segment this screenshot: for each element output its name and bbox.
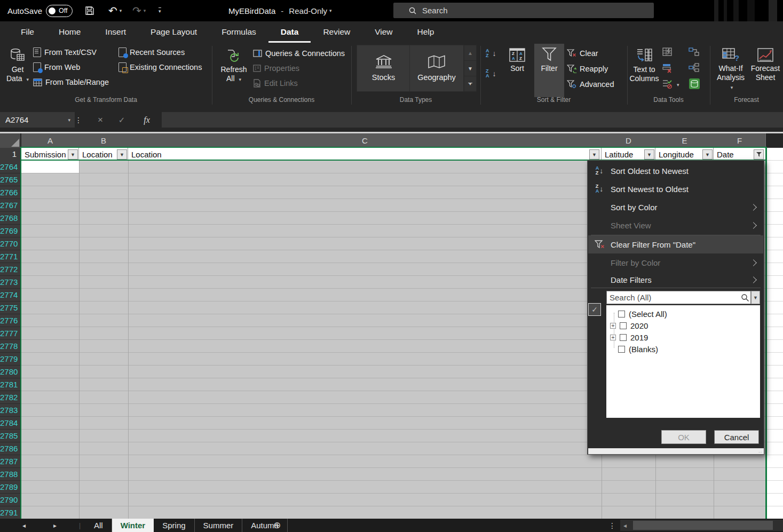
row-header[interactable]: 2778 bbox=[0, 340, 20, 353]
row-header[interactable]: 2764 bbox=[0, 161, 20, 173]
filter-search-box[interactable] bbox=[606, 291, 751, 304]
filter-search-dropdown-button[interactable]: ▼ bbox=[751, 291, 760, 304]
scroll-left-arrow[interactable]: ◂ bbox=[623, 519, 627, 532]
gallery-down-button[interactable]: ▼ bbox=[464, 60, 477, 76]
row-header[interactable]: 2775 bbox=[0, 301, 20, 314]
recent-sources-button[interactable]: Recent Sources bbox=[118, 46, 185, 59]
checkbox-2019[interactable] bbox=[620, 334, 627, 341]
next-sheet-button[interactable]: ▸ bbox=[53, 519, 57, 532]
cancel-entry-button[interactable]: × bbox=[94, 112, 107, 128]
row-header[interactable]: 2784 bbox=[0, 417, 20, 430]
data-validation-button[interactable] bbox=[662, 79, 673, 90]
cells-outside-table[interactable] bbox=[767, 148, 783, 519]
tab-view[interactable]: View bbox=[362, 21, 405, 43]
row-header[interactable]: 2766 bbox=[0, 186, 20, 199]
edit-links-button[interactable]: Edit Links bbox=[253, 77, 298, 90]
row-header[interactable]: 2791 bbox=[0, 506, 20, 519]
flash-fill-button[interactable] bbox=[662, 47, 673, 58]
filter-dropdown-submission[interactable]: ▼ bbox=[68, 149, 78, 160]
gallery-up-button[interactable]: ▲ bbox=[464, 45, 477, 61]
checkbox-select-all[interactable] bbox=[618, 311, 625, 317]
filter-dropdown-date-active[interactable] bbox=[754, 149, 764, 160]
scrollbar-thumb[interactable] bbox=[633, 521, 773, 530]
tab-page-layout[interactable]: Page Layout bbox=[138, 21, 209, 43]
sheet-tab-all[interactable]: All bbox=[85, 519, 112, 532]
customize-quick-access-button[interactable]: ▾ bbox=[159, 0, 161, 21]
reapply-filter-button[interactable]: Reapply bbox=[567, 62, 608, 75]
column-header-f[interactable]: F bbox=[714, 133, 766, 148]
ok-button[interactable]: OK bbox=[661, 430, 706, 444]
menu-resize-strip[interactable]: ∙∙ ∙ bbox=[588, 448, 764, 454]
clear-filter-button[interactable]: Clear bbox=[567, 47, 598, 60]
save-button[interactable] bbox=[84, 0, 95, 21]
what-if-analysis-button[interactable]: ? What-IfAnalysis ▾ bbox=[714, 45, 747, 94]
horizontal-scrollbar[interactable]: ◂ bbox=[620, 520, 783, 531]
menu-filter-by-color[interactable]: Filter by Color bbox=[588, 253, 763, 272]
confirm-entry-button[interactable]: ✓ bbox=[115, 112, 128, 128]
checkbox-blanks[interactable] bbox=[618, 346, 625, 353]
sort-button[interactable]: ZAAZ Sort bbox=[504, 45, 530, 94]
redo-button[interactable]: ↷▾ bbox=[132, 0, 146, 21]
search-input[interactable] bbox=[421, 5, 626, 15]
row-header[interactable]: 2773 bbox=[0, 276, 20, 289]
sheet-tab-summer[interactable]: Summer bbox=[195, 519, 243, 532]
row-header[interactable]: 2788 bbox=[0, 468, 20, 481]
tab-home[interactable]: Home bbox=[46, 21, 93, 43]
row-header[interactable]: 2768 bbox=[0, 212, 20, 225]
row-header[interactable]: 2787 bbox=[0, 455, 20, 468]
active-cell-a2764[interactable] bbox=[21, 161, 79, 173]
tree-item-select-all[interactable]: (Select All) bbox=[618, 308, 667, 319]
row-header[interactable]: 2779 bbox=[0, 353, 20, 366]
select-all-corner[interactable] bbox=[0, 133, 20, 148]
row-header[interactable]: 2785 bbox=[0, 430, 20, 442]
expand-2020-button[interactable]: + bbox=[610, 323, 616, 329]
tab-file[interactable]: File bbox=[9, 21, 46, 43]
filter-button[interactable]: Filter bbox=[534, 44, 564, 97]
get-data-button[interactable]: GetData ▾ bbox=[4, 45, 31, 94]
row-header[interactable]: 2783 bbox=[0, 404, 20, 417]
row-header[interactable]: 2772 bbox=[0, 263, 20, 276]
filter-dropdown-longitude[interactable]: ▼ bbox=[702, 149, 713, 160]
row-header[interactable]: 2790 bbox=[0, 494, 20, 506]
column-header-c[interactable]: C bbox=[128, 133, 602, 148]
undo-button[interactable]: ↶▾ bbox=[108, 0, 122, 21]
sheet-tab-winter[interactable]: Winter bbox=[112, 519, 154, 532]
tab-formulas[interactable]: Formulas bbox=[209, 21, 268, 43]
tab-data[interactable]: Data bbox=[268, 21, 311, 43]
header-cell-location-c[interactable]: Location bbox=[128, 148, 602, 161]
menu-sort-newest[interactable]: ZA↓ Sort Newest to Oldest bbox=[588, 180, 763, 198]
row-header[interactable]: 2767 bbox=[0, 199, 20, 212]
cancel-button[interactable]: Cancel bbox=[714, 430, 759, 444]
row-header[interactable]: 2765 bbox=[0, 173, 20, 186]
filter-dropdown-location-b[interactable]: ▼ bbox=[117, 149, 127, 160]
commit-check-button[interactable]: ✓ bbox=[588, 303, 601, 316]
existing-connections-button[interactable]: Existing Connections bbox=[118, 61, 202, 74]
data-validation-caret-icon[interactable]: ▾ bbox=[677, 82, 679, 88]
from-text-csv-button[interactable]: From Text/CSV bbox=[33, 46, 97, 59]
filter-dropdown-latitude[interactable]: ▼ bbox=[644, 149, 654, 160]
column-header-e[interactable]: E bbox=[655, 133, 714, 148]
from-web-button[interactable]: From Web bbox=[33, 61, 80, 74]
row-header[interactable]: 2770 bbox=[0, 237, 20, 250]
autosave-toggle[interactable]: Off bbox=[46, 0, 73, 21]
column-header-a[interactable]: A bbox=[21, 133, 80, 148]
from-table-range-button[interactable]: From Table/Range bbox=[33, 76, 109, 89]
formula-bar-dots-icon[interactable]: ⋮ bbox=[75, 112, 82, 128]
column-header-d[interactable]: D bbox=[602, 133, 656, 148]
titlebar-search[interactable] bbox=[393, 3, 654, 18]
column-header-b[interactable]: B bbox=[79, 133, 129, 148]
remove-duplicates-button[interactable] bbox=[662, 63, 673, 74]
properties-button[interactable]: Properties bbox=[253, 62, 299, 75]
sheet-tab-spring[interactable]: Spring bbox=[154, 519, 194, 532]
menu-sort-by-color[interactable]: Sort by Color bbox=[588, 198, 763, 216]
gallery-more-button[interactable]: ▼ bbox=[464, 76, 477, 92]
tabbar-options-icon[interactable]: ⋮ bbox=[608, 519, 616, 532]
row-header[interactable]: 2786 bbox=[0, 442, 20, 455]
row-header[interactable]: 2780 bbox=[0, 366, 20, 378]
text-to-columns-button[interactable]: Text toColumns bbox=[630, 45, 659, 94]
menu-sheet-view[interactable]: Sheet View bbox=[588, 216, 763, 234]
new-sheet-button[interactable]: ⊕ bbox=[273, 519, 281, 532]
menu-date-filters[interactable]: Date Filters bbox=[588, 271, 763, 289]
tab-help[interactable]: Help bbox=[405, 21, 447, 43]
insert-function-button[interactable]: fx bbox=[140, 112, 154, 128]
